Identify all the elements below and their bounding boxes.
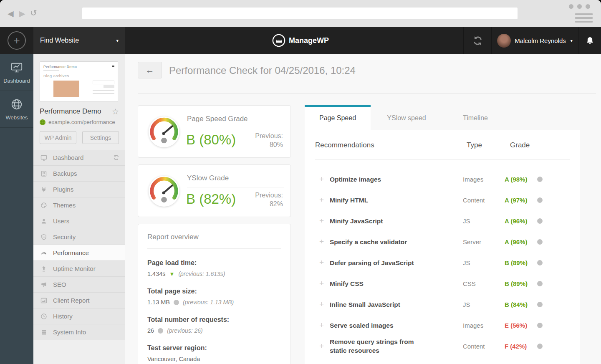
grade-dot-icon: [537, 218, 543, 224]
back-button[interactable]: ←: [138, 62, 162, 78]
report-item-value: 1.13 MB: [147, 299, 170, 306]
grade-dot-icon: [537, 281, 543, 286]
expand-plus-icon[interactable]: +: [319, 321, 325, 330]
sidebar-item-backups[interactable]: Backups: [33, 166, 125, 182]
sidebar-item-users[interactable]: Users: [33, 213, 125, 229]
dashboard-monitor-icon: [10, 61, 23, 74]
previous-value: 82%: [270, 200, 283, 207]
caret-down-icon: ▾: [571, 38, 573, 43]
sidebar-item-themes[interactable]: Themes: [33, 197, 125, 213]
grade-value: B (80%): [186, 132, 236, 148]
expand-plus-icon[interactable]: +: [319, 258, 325, 267]
sync-button[interactable]: [463, 27, 491, 54]
card-label: YSlow Grade: [187, 174, 229, 182]
grade-dot-icon: [537, 260, 543, 265]
recommendation-type: Images: [463, 176, 505, 183]
star-outline-icon[interactable]: ☆: [112, 108, 119, 116]
thumbnail-menu-icon: [112, 66, 114, 67]
sidebar-item-security[interactable]: Security: [33, 229, 125, 245]
recommendation-row[interactable]: + Minify HTML Content A (97%): [305, 190, 580, 210]
column-header-grade: Grade: [510, 141, 530, 149]
expand-plus-icon[interactable]: +: [319, 237, 325, 246]
report-item-label: Page load time:: [147, 259, 281, 267]
add-website-button[interactable]: +: [0, 27, 33, 54]
rail-item-label: Websites: [5, 114, 28, 121]
sidebar-item-seo[interactable]: SEO: [33, 277, 125, 293]
report-item-label: Total page size:: [147, 288, 281, 295]
recommendation-row[interactable]: + Minify JavaScript JS A (96%): [305, 210, 580, 231]
site-url: example.com/performance: [48, 119, 115, 125]
server-icon: [40, 329, 47, 336]
browser-menu-icon[interactable]: [575, 13, 593, 23]
tab-timeline[interactable]: Timeline: [442, 105, 508, 130]
expand-plus-icon[interactable]: +: [319, 341, 325, 351]
sidebar-item-dashboard[interactable]: Dashboard: [33, 150, 125, 166]
user-menu[interactable]: Malcolm Reynolds ▾: [491, 27, 578, 54]
rail-item-websites[interactable]: Websites: [0, 91, 33, 128]
recommendation-type: JS: [463, 217, 505, 225]
recommendations-panel: Recommendations Type Grade + Optimize im…: [305, 130, 580, 364]
refresh-icon[interactable]: [113, 154, 119, 161]
browser-forward-icon[interactable]: ▶: [19, 9, 25, 18]
grade-value: B (82%): [186, 191, 236, 207]
managewp-logo-icon: [272, 34, 285, 47]
sidebar-item-performance[interactable]: Performance: [33, 245, 125, 261]
arrow-up-icon: [40, 265, 47, 272]
tab-page-speed[interactable]: Page Speed: [305, 105, 371, 130]
recommendation-type: JS: [463, 259, 505, 266]
sidebar-item-client-report[interactable]: Client Report: [33, 293, 125, 308]
tab-yslow-speed[interactable]: YSlow speed: [374, 105, 439, 130]
report-overview-card: Report overview Page load time: 1.434s ▼…: [138, 224, 291, 364]
sidebar-menu: Dashboard Backups Plugins Themes: [33, 150, 125, 364]
recommendations-list: + Optimize images Images A (98%) + Minif…: [305, 159, 580, 356]
top-navbar: + Find Website ▾ ManageWP Malcolm Reynol…: [0, 27, 601, 54]
wp-admin-button[interactable]: WP Admin: [40, 131, 76, 144]
expand-plus-icon[interactable]: +: [319, 300, 325, 309]
main-content: ← Performance Check for 04/25/2016, 10:2…: [125, 54, 601, 364]
thumbnail-blog-heading: Blog Archives: [43, 73, 114, 78]
address-bar-input[interactable]: [82, 8, 518, 19]
recommendation-row[interactable]: + Serve scaled images Images E (56%): [305, 315, 580, 336]
browser-reload-icon[interactable]: ↻: [30, 8, 37, 18]
expand-plus-icon[interactable]: +: [319, 216, 325, 225]
results-panel: Page Speed YSlow speed Timeline Recommen…: [305, 105, 580, 364]
find-website-dropdown[interactable]: Find Website ▾: [33, 27, 125, 54]
recommendation-grade: B (84%): [505, 301, 537, 308]
recommendation-row[interactable]: + Defer parsing of JavaScript JS B (89%): [305, 252, 580, 273]
recommendation-grade: B (89%): [505, 259, 537, 266]
recommendation-grade: A (98%): [505, 176, 537, 183]
recommendation-row[interactable]: + Minify CSS CSS B (89%): [305, 273, 580, 294]
site-thumbnail[interactable]: Performance Demo Blog Archives: [40, 61, 118, 102]
recommendation-row[interactable]: + Remove query strings from static resou…: [305, 336, 580, 356]
recommendation-type: Images: [463, 322, 505, 329]
recommendation-row[interactable]: + Specify a cache validator Server A (96…: [305, 231, 580, 252]
browser-back-icon[interactable]: ◀: [8, 9, 14, 18]
brand-logo[interactable]: ManageWP: [272, 27, 329, 54]
window-dots-icon: [569, 4, 590, 9]
grade-dot-icon: [537, 239, 543, 245]
report-item-value: 26: [147, 327, 154, 334]
plug-icon: [40, 186, 47, 193]
grade-dot-icon: [537, 344, 543, 349]
sidebar-item-system-info[interactable]: System Info: [33, 324, 125, 340]
grade-dot-icon: [537, 197, 543, 203]
rail-item-dashboard[interactable]: Dashboard: [0, 54, 33, 91]
sidebar-item-history[interactable]: History: [33, 308, 125, 324]
expand-plus-icon[interactable]: +: [319, 195, 325, 205]
neutral-dot-icon: [158, 328, 163, 334]
report-item-previous: (previous: 1.13 MB): [183, 299, 234, 306]
sidebar-item-uptime-monitor[interactable]: Uptime Monitor: [33, 261, 125, 277]
previous-label: Previous:: [255, 132, 283, 139]
expand-plus-icon[interactable]: +: [319, 174, 325, 184]
recommendation-title: Specify a cache validator: [330, 238, 407, 246]
monitor-icon: [40, 154, 47, 161]
sync-icon: [472, 35, 483, 46]
recommendation-row[interactable]: + Inline Small JavaScript JS B (84%): [305, 294, 580, 315]
recommendation-row[interactable]: + Optimize images Images A (98%): [305, 169, 580, 190]
recommendation-type: Server: [463, 238, 505, 245]
notifications-button[interactable]: [578, 27, 601, 54]
settings-button[interactable]: Settings: [82, 131, 119, 144]
megaphone-icon: [40, 281, 47, 288]
expand-plus-icon[interactable]: +: [319, 279, 325, 288]
sidebar-item-plugins[interactable]: Plugins: [33, 182, 125, 197]
